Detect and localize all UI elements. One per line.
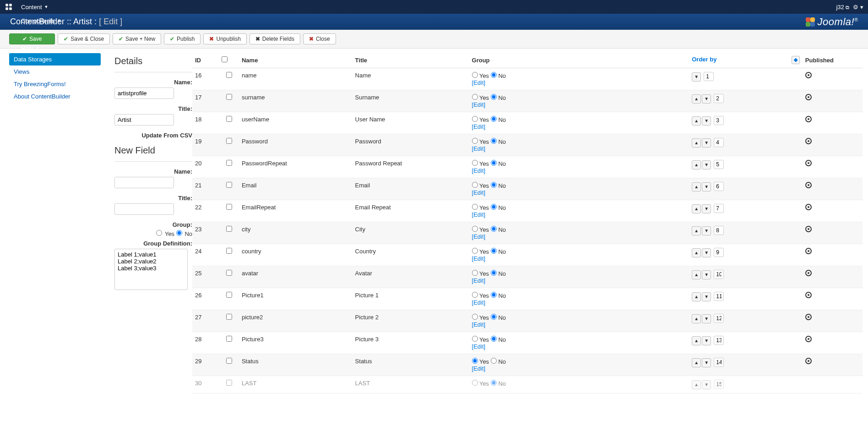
order-up-button[interactable]: ▲ (692, 204, 701, 213)
row-checkbox[interactable] (226, 248, 232, 254)
order-up-button[interactable]: ▲ (692, 358, 701, 367)
row-checkbox[interactable] (226, 292, 232, 298)
row-checkbox[interactable] (226, 226, 232, 232)
order-down-button[interactable]: ▼ (702, 160, 711, 169)
row-checkbox[interactable] (226, 94, 232, 100)
order-down-button[interactable]: ▼ (702, 248, 711, 257)
published-icon[interactable] (805, 248, 812, 254)
row-group-no-radio[interactable] (491, 380, 497, 386)
row-group-yes-radio[interactable] (472, 116, 478, 122)
order-input[interactable] (714, 116, 724, 125)
row-group-no-radio[interactable] (491, 314, 497, 320)
row-checkbox[interactable] (226, 270, 232, 276)
save-close-button[interactable]: ✔Save & Close (58, 33, 110, 44)
published-icon[interactable] (805, 138, 812, 144)
order-input[interactable] (714, 226, 724, 235)
joomla-logo[interactable]: Joomla!® (806, 16, 858, 28)
published-icon[interactable] (805, 336, 812, 342)
unpublish-button[interactable]: ✖Unpublish (203, 33, 246, 44)
published-icon[interactable] (805, 270, 812, 276)
order-up-button[interactable]: ▲ (692, 116, 701, 126)
row-checkbox[interactable] (226, 138, 232, 144)
published-icon[interactable] (805, 314, 812, 320)
select-all-checkbox[interactable] (222, 56, 228, 62)
sidebar-item[interactable]: About ContentBuilder (9, 90, 101, 103)
order-down-button[interactable]: ▼ (702, 314, 711, 323)
newfield-name-input[interactable] (114, 177, 174, 188)
row-edit-link[interactable]: [Edit] (472, 233, 486, 240)
row-edit-link[interactable]: [Edit] (472, 299, 486, 306)
row-group-no-radio[interactable] (491, 292, 497, 298)
row-checkbox[interactable] (226, 380, 232, 386)
order-up-button[interactable]: ▲ (692, 270, 701, 279)
order-down-button[interactable]: ▼ (702, 358, 711, 367)
row-group-no-radio[interactable] (491, 182, 497, 188)
order-input[interactable] (714, 380, 724, 389)
row-edit-link[interactable]: [Edit] (472, 101, 486, 108)
order-input[interactable] (714, 204, 724, 213)
row-checkbox[interactable] (226, 116, 232, 122)
delete-fields-button[interactable]: ✖Delete Fields (250, 33, 300, 44)
order-up-button[interactable]: ▲ (692, 292, 701, 301)
published-icon[interactable] (805, 72, 812, 78)
order-up-button[interactable]: ▲ (692, 160, 701, 169)
published-icon[interactable] (805, 116, 812, 122)
order-down-button[interactable]: ▼ (692, 72, 701, 82)
group-def-textarea[interactable] (114, 249, 188, 290)
order-input[interactable] (714, 336, 724, 345)
order-input[interactable] (714, 94, 724, 103)
group-yes-radio[interactable] (156, 230, 162, 236)
row-group-no-radio[interactable] (491, 226, 497, 232)
sidebar-item[interactable]: Views (9, 66, 101, 78)
published-icon[interactable] (805, 182, 812, 188)
publish-button[interactable]: ✔Publish (164, 33, 201, 44)
row-group-no-radio[interactable] (491, 358, 497, 364)
row-group-no-radio[interactable] (491, 72, 497, 78)
row-edit-link[interactable]: [Edit] (472, 343, 486, 350)
row-group-yes-radio[interactable] (472, 226, 478, 232)
row-group-no-radio[interactable] (491, 94, 497, 100)
order-up-button[interactable]: ▲ (692, 336, 701, 345)
row-group-yes-radio[interactable] (472, 72, 478, 78)
row-checkbox[interactable] (226, 160, 232, 166)
row-group-yes-radio[interactable] (472, 204, 478, 210)
row-group-yes-radio[interactable] (472, 160, 478, 166)
order-input[interactable] (714, 314, 724, 323)
order-down-button[interactable]: ▼ (702, 116, 711, 126)
order-down-button[interactable]: ▼ (702, 226, 711, 235)
row-checkbox[interactable] (226, 72, 232, 78)
order-down-button[interactable]: ▼ (702, 336, 711, 345)
order-down-button[interactable]: ▼ (702, 292, 711, 301)
row-edit-link[interactable]: [Edit] (472, 79, 486, 86)
close-button[interactable]: ✖Close (303, 33, 336, 44)
row-group-no-radio[interactable] (491, 336, 497, 342)
row-checkbox[interactable] (226, 204, 232, 210)
published-icon[interactable] (805, 358, 812, 364)
order-input[interactable] (714, 182, 724, 191)
th-order[interactable]: Order by◆ (689, 52, 803, 68)
row-group-yes-radio[interactable] (472, 182, 478, 188)
order-input[interactable] (704, 72, 714, 81)
row-group-no-radio[interactable] (491, 248, 497, 254)
row-edit-link[interactable]: [Edit] (472, 167, 486, 174)
newfield-title-input[interactable] (114, 203, 174, 215)
sidebar-item[interactable]: Data Storages (9, 53, 101, 66)
group-no-radio[interactable] (176, 230, 182, 236)
joomla-icon[interactable] (5, 3, 13, 11)
order-down-button[interactable]: ▼ (702, 270, 711, 279)
order-down-button[interactable]: ▼ (702, 182, 711, 191)
save-button[interactable]: ✔Save (9, 33, 55, 44)
row-group-yes-radio[interactable] (472, 292, 478, 298)
row-group-no-radio[interactable] (491, 270, 497, 276)
save-order-button[interactable]: ◆ (792, 56, 800, 64)
row-edit-link[interactable]: [Edit] (472, 211, 486, 218)
published-icon[interactable] (805, 160, 812, 166)
settings-menu[interactable]: ⚙ ▾ (853, 4, 863, 11)
title-input[interactable] (114, 114, 174, 126)
row-group-yes-radio[interactable] (472, 94, 478, 100)
row-group-yes-radio[interactable] (472, 314, 478, 320)
row-edit-link[interactable]: [Edit] (472, 277, 486, 284)
row-group-no-radio[interactable] (491, 116, 497, 122)
row-checkbox[interactable] (226, 182, 232, 188)
nav-content[interactable]: Content ▼ (16, 0, 66, 14)
